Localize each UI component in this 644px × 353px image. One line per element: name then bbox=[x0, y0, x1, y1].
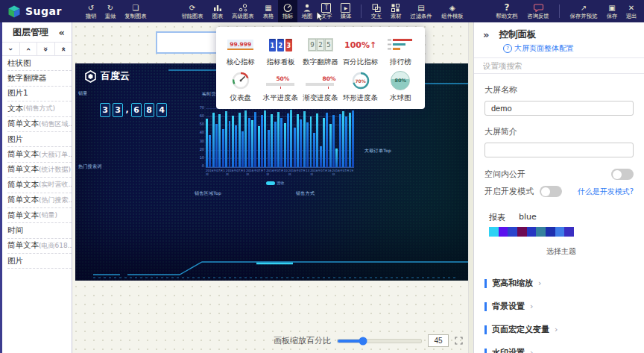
material-button[interactable]: 素材 bbox=[386, 0, 405, 22]
page-config-link[interactable]: ? 大屏页面整体配置 bbox=[503, 43, 635, 54]
layer-item[interactable]: 简单文本(实时营收... bbox=[7, 178, 72, 193]
menu-item-core-indicator[interactable]: 99.999 核心指标 bbox=[221, 33, 261, 69]
smart-chart-button[interactable]: ⟳ 智能图表 bbox=[177, 0, 208, 22]
fullscreen-icon[interactable] bbox=[455, 337, 463, 345]
bar bbox=[277, 112, 280, 167]
move-layer-up-button[interactable]: ‹ bbox=[20, 43, 38, 55]
screen-intro-input[interactable] bbox=[484, 143, 634, 157]
interaction-button[interactable]: 交互 bbox=[367, 0, 386, 22]
menu-item-water-ball[interactable]: 80% 水球图 bbox=[380, 69, 420, 104]
bar bbox=[264, 110, 266, 167]
devmode-help-link[interactable]: 什么是开发模式? bbox=[578, 187, 634, 197]
layer-item[interactable]: 简单文本(电商618... bbox=[7, 239, 72, 254]
move-layer-down-button[interactable]: › bbox=[2, 43, 20, 55]
layer-item[interactable]: 文本(销售方式) bbox=[7, 101, 72, 116]
menu-item-horizontal-progress[interactable]: 50% 水平进度条 bbox=[261, 69, 301, 104]
hexagon-logo-icon bbox=[84, 70, 97, 83]
move-layer-top-button[interactable]: « bbox=[55, 43, 72, 55]
control-panel-header: » 控制面板 ? 大屏页面整体配置 bbox=[474, 22, 644, 57]
layer-item[interactable]: 简单文本(大额订单... bbox=[7, 147, 72, 162]
layer-item[interactable]: 简单文本(销售区域... bbox=[7, 117, 72, 132]
layer-item[interactable]: 图片 bbox=[7, 132, 72, 147]
text-button[interactable]: T 文字 bbox=[317, 0, 336, 22]
chart-legend: 营收 bbox=[195, 181, 356, 185]
exit-button[interactable]: ✕ 退出 bbox=[622, 0, 641, 22]
save-preview-button[interactable]: ↗ 保存并预览 bbox=[565, 0, 602, 22]
bar bbox=[297, 114, 299, 167]
theme-color-swatch[interactable] bbox=[499, 227, 508, 237]
theme-color-swatch[interactable] bbox=[489, 227, 499, 237]
theme-type-label: 报表 bbox=[489, 212, 505, 223]
screen-name-input[interactable] bbox=[484, 101, 634, 116]
table-button[interactable]: ▦ 表格 bbox=[259, 0, 278, 22]
layer-item[interactable]: 简单文本(热门搜索... bbox=[7, 193, 72, 208]
save-icon: ▣ bbox=[608, 3, 615, 13]
layer-item[interactable]: 柱状图 bbox=[7, 56, 72, 71]
layer-item[interactable]: 数字翻牌器 bbox=[7, 71, 72, 86]
flip-digit: 3 bbox=[113, 103, 123, 117]
question-icon: ? bbox=[505, 3, 510, 13]
help-doc-button[interactable]: ? 帮助文档 bbox=[491, 0, 523, 22]
menu-item-digit-flipper[interactable]: 925 数字翻牌器 bbox=[300, 33, 341, 69]
menu-item-gradient-progress[interactable]: 80% 渐变进度条 bbox=[300, 69, 341, 104]
menu-item-percent-indicator[interactable]: 100%↑ 百分比指标 bbox=[341, 33, 381, 69]
hot-search-label: 热门搜索词 bbox=[78, 163, 102, 170]
redo-button[interactable]: ↻ 重做 bbox=[101, 0, 120, 22]
move-layer-bottom-button[interactable]: » bbox=[37, 43, 55, 55]
devmode-toggle[interactable] bbox=[540, 186, 562, 197]
canvas-scrollbar[interactable] bbox=[468, 22, 473, 353]
app-title: Sugar bbox=[25, 5, 62, 17]
theme-color-swatch[interactable] bbox=[564, 227, 574, 237]
zoom-value-input[interactable] bbox=[428, 334, 449, 347]
settings-section[interactable]: 宽高和缩放 › bbox=[484, 272, 634, 295]
chart-button[interactable]: 图表 bbox=[208, 0, 227, 22]
flip-digit: 3 bbox=[100, 103, 110, 117]
menu-item-gauge[interactable]: 仪表盘 bbox=[221, 69, 261, 104]
indicator-board-icon: 123 bbox=[269, 35, 292, 54]
menu-item-ranking[interactable]: 排行榜 bbox=[380, 33, 420, 69]
filter-button[interactable]: ▤ 过滤条件 bbox=[405, 0, 437, 22]
theme-color-swatch[interactable] bbox=[517, 227, 527, 237]
save-button[interactable]: ▣ 保存 bbox=[602, 0, 622, 22]
theme-block: 报表 blue 选择主题 bbox=[489, 212, 634, 257]
choose-theme-label[interactable]: 选择主题 bbox=[489, 246, 634, 257]
theme-color-swatch[interactable] bbox=[527, 227, 537, 237]
theme-color-swatch[interactable] bbox=[555, 227, 565, 237]
layer-item[interactable]: 时间 bbox=[7, 223, 72, 238]
theme-color-swatch[interactable] bbox=[508, 227, 517, 237]
layer-item[interactable]: 图片1 bbox=[7, 87, 72, 101]
map-button[interactable]: 地图 bbox=[297, 0, 317, 22]
public-toggle[interactable] bbox=[611, 169, 634, 180]
settings-section[interactable]: 背景设置 › bbox=[484, 295, 634, 318]
advanced-chart-button[interactable]: 高级图表 bbox=[227, 0, 259, 22]
theme-color-strip[interactable] bbox=[489, 227, 574, 237]
bar bbox=[239, 113, 241, 167]
zoom-slider[interactable] bbox=[337, 339, 422, 343]
menu-item-indicator-board[interactable]: 123 指标看板 bbox=[261, 33, 301, 69]
menu-item-ring-progress[interactable]: 70% 环形进度条 bbox=[341, 69, 381, 104]
theme-color-swatch[interactable] bbox=[546, 227, 555, 237]
collapse-left-panel-icon[interactable]: « bbox=[59, 27, 65, 38]
app-logo[interactable]: Sugar bbox=[7, 5, 62, 18]
undo-button[interactable]: ↺ 撤销 bbox=[81, 0, 101, 22]
settings-section[interactable]: 页面宏定义变量 › bbox=[484, 318, 634, 341]
bar bbox=[290, 110, 292, 167]
big-order-label: 大额订单Top bbox=[364, 148, 391, 154]
bar bbox=[294, 128, 296, 167]
zoom-label: 画板缩放百分比 bbox=[274, 335, 331, 346]
legend-label: 营收 bbox=[277, 181, 285, 185]
theme-color-swatch[interactable] bbox=[536, 227, 546, 237]
bar bbox=[352, 110, 354, 167]
indicator-button[interactable]: 指标 bbox=[278, 0, 297, 22]
layer-item[interactable]: 简单文本(统计数据) bbox=[7, 163, 72, 178]
zoom-slider-handle[interactable] bbox=[359, 337, 367, 345]
collapse-right-panel-icon[interactable]: » bbox=[483, 29, 489, 40]
settings-section[interactable]: 水印设置 › bbox=[484, 341, 634, 353]
media-button[interactable]: ▶ 媒体 bbox=[336, 0, 356, 22]
layer-item[interactable]: 简单文本(销量) bbox=[7, 208, 72, 223]
settings-search-input[interactable] bbox=[482, 60, 637, 71]
feedback-button[interactable]: 咨询反馈 bbox=[523, 0, 554, 22]
component-template-button[interactable]: ◈ 组件模板 bbox=[437, 0, 468, 22]
layer-item[interactable]: 图片 bbox=[7, 254, 72, 269]
copy-chart-button[interactable]: ❏ 复制图表 bbox=[120, 0, 151, 22]
